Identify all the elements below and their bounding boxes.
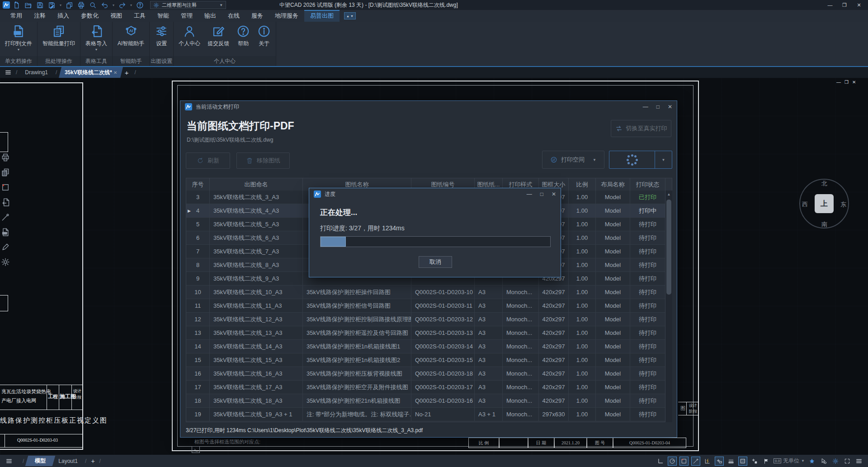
cancel-button[interactable]: 取消 [419, 256, 452, 268]
ribbon-tab-插入[interactable]: 插入 [52, 10, 75, 22]
ribbon-button-个人中心[interactable]: 个人中心 [175, 23, 203, 56]
ribbon-tab-注释[interactable]: 注释 [28, 10, 52, 22]
table-row[interactable]: 1635kV联络线二次线_16_A335kV线路保护测控柜压板背视接线图Q000… [186, 367, 672, 381]
ribbon-tab-易普出图[interactable]: 易普出图 [304, 10, 340, 22]
print-dialog-titlebar[interactable]: 当前活动文档打印 — □ ✕ [180, 101, 677, 113]
table-scrollbar[interactable]: ▲ [665, 191, 672, 422]
flag-icon[interactable] [762, 457, 771, 466]
ribbon-tab-工具[interactable]: 工具 [128, 10, 151, 22]
table-row[interactable]: 1535kV联络线二次线_15_A335kV线路保护测控柜1n机箱接线图2Q00… [186, 353, 672, 367]
doc-tab-2[interactable]: 35kV联络线二次线* ✕ [59, 67, 123, 78]
ribbon-button-智能批量打印[interactable]: 智能批量打印 [39, 23, 78, 56]
dynamic-input-icon[interactable] [703, 457, 712, 466]
table-row[interactable]: 1435kV联络线二次线_14_A335kV线路保护测控柜1n机箱接线图1Q00… [186, 340, 672, 353]
ribbon-button-AI智能助手[interactable]: AI AI智能助手 [114, 23, 147, 56]
compass-south[interactable]: 南 [821, 220, 827, 229]
preview-icon[interactable] [89, 1, 97, 9]
column-header-打印状态[interactable]: 打印状态 [630, 178, 665, 191]
fullscreen-icon[interactable] [843, 457, 852, 466]
ribbon-tab-地理服务[interactable]: 地理服务 [269, 10, 304, 22]
ribbon-tab-在线[interactable]: 在线 [222, 10, 245, 22]
ribbon-tab-服务[interactable]: 服务 [245, 10, 269, 22]
ribbon-tab-管理[interactable]: 管理 [175, 10, 198, 22]
ribbon-tab-参数化[interactable]: 参数化 [75, 10, 104, 22]
print-space-dropdown[interactable]: 打印空间 ▼ [542, 151, 604, 169]
dialog-maximize-button[interactable]: □ [656, 104, 660, 110]
table-row[interactable]: 1735kV联络线二次线_17_A335kV线路保护测控柜空开及附件接线图Q00… [186, 381, 672, 394]
lineweight-icon[interactable] [726, 457, 736, 466]
column-header-布局名称[interactable]: 布局名称 [596, 178, 630, 191]
pdf-file-icon[interactable]: PDF [1, 228, 10, 237]
redo-icon[interactable] [118, 1, 126, 9]
osnap-icon[interactable] [1, 183, 10, 192]
doc-restore-button[interactable]: ❐ [844, 80, 849, 85]
table-row[interactable]: 1835kV联络线二次线_18_A335kV线路保护测控柜21n机箱接线图Q00… [186, 394, 672, 408]
print-button[interactable]: ▼ [609, 151, 672, 169]
print-icon[interactable] [77, 1, 85, 9]
dialog-close-button[interactable]: ✕ [668, 104, 672, 110]
compass-north[interactable]: 北 [821, 180, 827, 188]
ribbon-tab-常用[interactable]: 常用 [5, 10, 28, 22]
ortho-icon[interactable] [656, 457, 665, 466]
layout1-tab[interactable]: Layout1 [58, 458, 78, 464]
hatch-icon[interactable] [738, 457, 747, 466]
table-row[interactable]: 1335kV联络线二次线_13_A335kV线路保护测控柜遥控及信号回路图Q00… [186, 326, 672, 340]
ribbon-button-提交反馈[interactable]: 提交反馈 [204, 23, 232, 56]
new-file-icon[interactable] [13, 1, 20, 9]
selection-cycle-icon[interactable] [819, 457, 828, 466]
compass-east[interactable]: 东 [840, 200, 846, 209]
batch-print-icon[interactable] [1, 168, 10, 177]
close-button[interactable]: ✕ [853, 0, 865, 10]
status-menu-icon[interactable] [854, 457, 863, 466]
units-dropdown[interactable]: 0.0 无单位 ▼ [774, 457, 805, 465]
print-button-caret[interactable]: ▼ [655, 151, 672, 168]
table-row[interactable]: 1135kV联络线二次线_11_A335kV线路保护测控柜信号回路图Q0002S… [186, 299, 672, 313]
ribbon-button-设置[interactable]: 设置 [151, 23, 171, 56]
polar-icon[interactable] [668, 457, 677, 466]
ribbon-collapse-button[interactable]: ▲▼ [344, 12, 356, 19]
chevron-down-icon[interactable]: ▾ [130, 3, 132, 7]
help-badge-icon[interactable] [136, 1, 144, 9]
ribbon-button-打印到文件[interactable]: PDF 打印到文件 ▼ [2, 23, 35, 56]
ribbon-button-帮助[interactable]: 帮助 [233, 23, 253, 56]
scroll-up-icon[interactable]: ▲ [665, 191, 672, 198]
column-header-出图命名[interactable]: 出图命名 [210, 178, 303, 191]
smart-assist-icon[interactable] [807, 457, 816, 466]
column-header-比例[interactable]: 比例 [569, 178, 596, 191]
copy-icon[interactable] [66, 1, 73, 9]
table-import-icon[interactable] [1, 198, 10, 207]
save-as-icon[interactable] [48, 1, 56, 9]
ribbon-tab-输出[interactable]: 输出 [198, 10, 222, 22]
snap-icon[interactable] [715, 457, 724, 466]
scrollbar-thumb[interactable] [666, 200, 671, 295]
new-layout-button[interactable]: + [91, 457, 94, 465]
progress-titlebar[interactable]: 进度 — □ ✕ [309, 188, 561, 200]
minimize-button[interactable]: — [824, 0, 836, 10]
dialog-minimize-button[interactable]: — [643, 104, 648, 110]
osnap-icon[interactable] [679, 457, 689, 466]
pen-icon[interactable] [1, 243, 10, 252]
ribbon-button-表格导入[interactable]: 表格导入 ▼ [82, 23, 110, 56]
print-button-main[interactable] [609, 151, 655, 168]
table-row[interactable]: 1035kV联络线二次线_10_A335kV线路保护测控柜操作回路图Q0002S… [186, 286, 672, 299]
ribbon-tab-视图[interactable]: 视图 [104, 10, 128, 22]
doc-close-button[interactable]: ✕ [852, 80, 856, 85]
view-compass[interactable]: 北 西 东 南 上 [799, 179, 849, 229]
settings-gear-icon[interactable] [831, 457, 840, 466]
progress-minimize-button[interactable]: — [527, 191, 532, 197]
save-icon[interactable] [36, 1, 44, 9]
plot-icon[interactable] [1, 153, 10, 162]
maximize-button[interactable]: ❐ [838, 0, 851, 10]
doc-tab-1[interactable]: Drawing1 [20, 67, 52, 78]
otrack-icon[interactable] [691, 457, 700, 466]
gear-icon[interactable] [1, 257, 10, 267]
table-row[interactable]: 1235kV联络线二次线_12_A335kV线路保护测控柜控制回路接线原理图Q0… [186, 313, 672, 326]
model-tab[interactable]: 模型 [25, 456, 56, 466]
open-file-icon[interactable] [24, 1, 32, 9]
new-tab-button[interactable]: + [125, 69, 129, 76]
switch-to-real-print-button[interactable]: 切换至真实打印 [611, 120, 671, 137]
ribbon-button-关于[interactable]: 关于 [254, 23, 274, 56]
table-row[interactable]: 1935kV联络线二次线_19_A3 + 1注: 带*部分为新增电缆。注: 标双… [186, 408, 672, 421]
doc-tabs-menu-icon[interactable] [4, 69, 13, 76]
doc-minimize-button[interactable]: — [836, 80, 841, 85]
